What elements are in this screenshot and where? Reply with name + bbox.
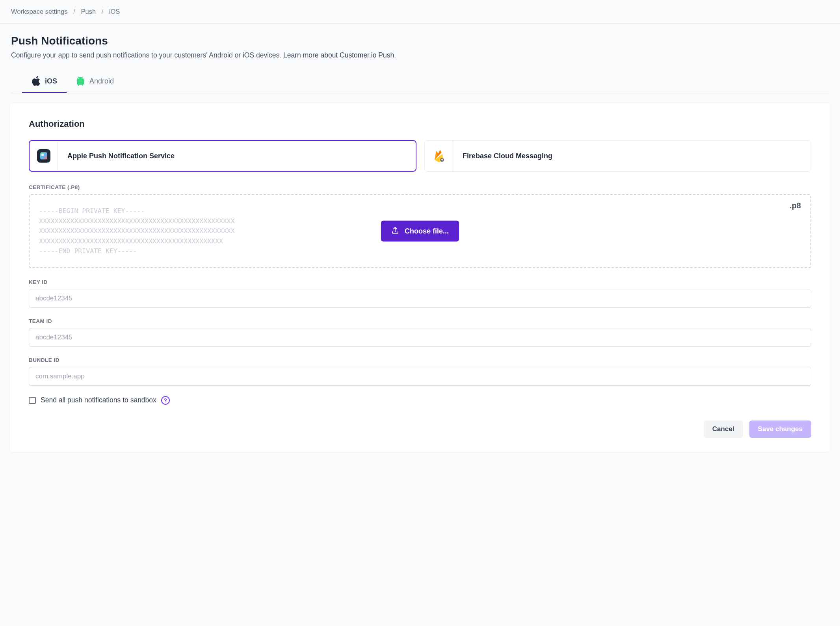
platform-tabs: iOS Android [11,70,829,93]
android-icon [76,76,85,86]
authorization-title: Authorization [29,119,811,129]
dropzone-extension: .p8 [790,201,801,210]
apns-icon [37,149,50,163]
breadcrumb-separator: / [102,8,104,15]
button-row: Cancel Save changes [29,420,811,438]
page-description: Configure your app to send push notifica… [11,51,829,59]
bundle-id-input[interactable] [29,367,811,386]
fcm-icon-box [425,141,453,171]
key-id-label: KEY ID [29,279,811,285]
help-icon[interactable]: ? [161,396,170,405]
certificate-dropzone[interactable]: .p8 -----BEGIN PRIVATE KEY----- XXXXXXXX… [29,194,811,268]
authorization-panel: Authorization Apple Push Notification Se… [9,103,831,452]
apns-icon-box [30,141,58,171]
breadcrumb: Workspace settings / Push / iOS [0,0,840,24]
page-desc-suffix: . [394,51,396,59]
firebase-icon [432,149,446,163]
choose-file-label: Choose file... [405,227,449,235]
provider-apns-label: Apple Push Notification Service [58,152,175,160]
apple-icon [32,76,40,86]
breadcrumb-push[interactable]: Push [81,8,96,15]
breadcrumb-separator: / [73,8,75,15]
sandbox-label: Send all push notifications to sandbox [41,396,156,404]
team-id-field: TEAM ID [29,318,811,347]
team-id-input[interactable] [29,328,811,347]
breadcrumb-current: iOS [109,8,120,15]
provider-card-fcm[interactable]: Firebase Cloud Messaging [424,140,811,172]
provider-fcm-label: Firebase Cloud Messaging [453,152,552,160]
page-title: Push Notifications [11,35,829,47]
key-id-field: KEY ID [29,279,811,308]
choose-file-button[interactable]: Choose file... [381,220,459,241]
sandbox-checkbox[interactable] [29,397,36,404]
provider-row: Apple Push Notification Service Firebase… [29,140,811,172]
tab-android[interactable]: Android [67,70,123,93]
tab-android-label: Android [89,77,114,85]
provider-card-apns[interactable]: Apple Push Notification Service [29,140,416,172]
tab-ios-label: iOS [45,77,57,85]
key-id-input[interactable] [29,289,811,308]
bundle-id-label: BUNDLE ID [29,357,811,363]
learn-more-link[interactable]: Learn more about Customer.io Push [283,51,394,59]
page-header: Push Notifications Configure your app to… [0,24,840,93]
page-desc-text: Configure your app to send push notifica… [11,51,283,59]
upload-icon [391,226,399,236]
bundle-id-field: BUNDLE ID [29,357,811,386]
sandbox-row: Send all push notifications to sandbox ? [29,396,811,405]
save-button[interactable]: Save changes [749,420,811,438]
certificate-label: CERTIFICATE (.P8) [29,184,811,190]
cancel-button[interactable]: Cancel [704,420,743,438]
team-id-label: TEAM ID [29,318,811,324]
tab-ios[interactable]: iOS [22,70,67,93]
breadcrumb-workspace-settings[interactable]: Workspace settings [11,8,68,15]
